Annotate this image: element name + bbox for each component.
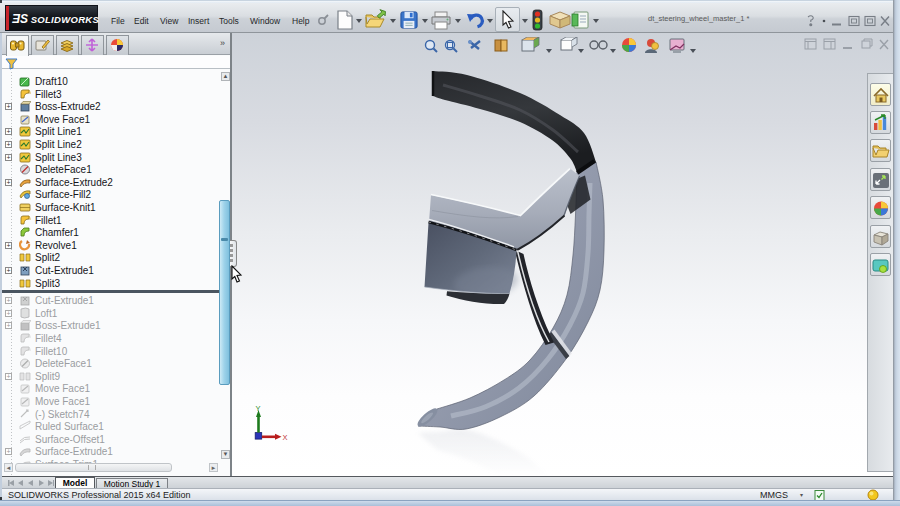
svg-text:X: X <box>283 433 288 442</box>
svg-text:Y: Y <box>256 404 261 413</box>
